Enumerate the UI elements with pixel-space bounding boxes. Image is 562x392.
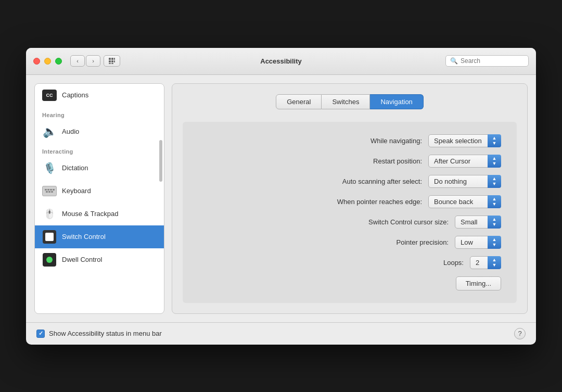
auto-scanning-select[interactable]: Do nothing Auto scan Pause bbox=[428, 175, 501, 188]
form-area: While navigating: Speak selection Do not… bbox=[183, 122, 517, 303]
search-icon: 🔍 bbox=[450, 57, 458, 65]
sidebar-item-audio[interactable]: 🔈 Audio bbox=[35, 120, 164, 143]
nav-buttons: ‹ › bbox=[70, 55, 100, 67]
loops-label: Loops: bbox=[443, 259, 464, 267]
loops-row: Loops: 1 2 3 4 5 ▲ ▼ bbox=[198, 256, 501, 269]
window-title: Accessibility bbox=[260, 57, 302, 65]
auto-scanning-row: Auto scanning after select: Do nothing A… bbox=[198, 175, 501, 188]
interacting-section-label: Interacting bbox=[35, 143, 164, 157]
dwell-control-label: Dwell Control bbox=[62, 256, 102, 263]
scrollbar[interactable] bbox=[159, 140, 163, 252]
switch-control-icon bbox=[42, 230, 57, 244]
sidebar-item-switch-control[interactable]: Switch Control bbox=[35, 225, 164, 248]
pointer-precision-row: Pointer precision: Low Medium High ▲ ▼ bbox=[198, 236, 501, 249]
main-panel: General Switches Navigation While naviga… bbox=[172, 83, 528, 314]
keyboard-icon bbox=[42, 184, 57, 198]
cursor-size-label: Switch Control cursor size: bbox=[368, 218, 449, 226]
svg-rect-5 bbox=[114, 60, 115, 62]
dwell-control-icon bbox=[42, 252, 57, 267]
restart-position-select-wrap: After Cursor Start of item Start of menu… bbox=[428, 155, 501, 168]
switch-control-label: Switch Control bbox=[62, 233, 106, 241]
close-button[interactable] bbox=[33, 58, 40, 65]
content-area: CC Captions Hearing 🔈 Audio Interacting bbox=[26, 75, 536, 322]
auto-scanning-select-wrap: Do nothing Auto scan Pause ▲ ▼ bbox=[428, 175, 501, 188]
tab-navigation[interactable]: Navigation bbox=[370, 94, 423, 109]
cursor-size-select-wrap: Small Medium Large ▲ ▼ bbox=[455, 216, 501, 229]
while-navigating-label: While navigating: bbox=[371, 137, 422, 145]
traffic-lights bbox=[33, 58, 62, 65]
pointer-precision-label: Pointer precision: bbox=[397, 238, 449, 246]
sidebar-item-keyboard[interactable]: Keyboard bbox=[35, 180, 164, 203]
accessibility-status-label: Show Accessibility status in menu bar bbox=[49, 330, 162, 337]
pointer-precision-select-wrap: Low Medium High ▲ ▼ bbox=[455, 236, 501, 249]
svg-rect-0 bbox=[109, 58, 111, 60]
help-button[interactable]: ? bbox=[514, 328, 526, 339]
svg-rect-4 bbox=[111, 60, 113, 62]
svg-rect-2 bbox=[114, 58, 115, 60]
cursor-size-row: Switch Control cursor size: Small Medium… bbox=[198, 216, 501, 229]
grid-view-button[interactable] bbox=[104, 55, 120, 67]
footer: ✓ Show Accessibility status in menu bar … bbox=[26, 322, 536, 345]
timing-row: Timing... bbox=[198, 276, 501, 290]
svg-rect-3 bbox=[109, 60, 111, 62]
cursor-size-select[interactable]: Small Medium Large bbox=[455, 216, 501, 229]
while-navigating-select-wrap: Speak selection Do nothing ▲ ▼ bbox=[428, 134, 501, 147]
keyboard-label: Keyboard bbox=[62, 187, 91, 195]
restart-position-row: Restart position: After Cursor Start of … bbox=[198, 155, 501, 168]
checkmark-icon: ✓ bbox=[39, 330, 43, 337]
pointer-edge-select[interactable]: Bounce back Stop Wrap around bbox=[428, 195, 501, 208]
loops-select[interactable]: 1 2 3 4 5 bbox=[470, 256, 501, 269]
search-input[interactable] bbox=[461, 57, 524, 65]
scrollbar-thumb[interactable] bbox=[159, 140, 162, 182]
mouse-trackpad-icon: 🖱️ bbox=[42, 207, 57, 221]
main-window: ‹ › Accessibility 🔍 bbox=[26, 48, 536, 345]
maximize-button[interactable] bbox=[55, 58, 62, 65]
sidebar-inner: CC Captions Hearing 🔈 Audio Interacting bbox=[35, 84, 164, 271]
loops-select-wrap: 1 2 3 4 5 ▲ ▼ bbox=[470, 256, 501, 269]
svg-rect-6 bbox=[109, 63, 111, 64]
accessibility-status-checkbox[interactable]: ✓ bbox=[36, 330, 45, 338]
restart-position-select[interactable]: After Cursor Start of item Start of menu bbox=[428, 155, 501, 168]
search-box[interactable]: 🔍 bbox=[445, 55, 529, 67]
while-navigating-select[interactable]: Speak selection Do nothing bbox=[428, 134, 501, 147]
svg-rect-1 bbox=[111, 58, 113, 60]
sidebar-item-dwell-control[interactable]: Dwell Control bbox=[35, 248, 164, 271]
pointer-edge-select-wrap: Bounce back Stop Wrap around ▲ ▼ bbox=[428, 195, 501, 208]
svg-rect-7 bbox=[111, 63, 113, 64]
sidebar-item-captions[interactable]: CC Captions bbox=[35, 84, 164, 107]
pointer-edge-label: When pointer reaches edge: bbox=[337, 198, 422, 206]
captions-icon: CC bbox=[42, 88, 57, 103]
tab-general[interactable]: General bbox=[276, 94, 322, 109]
back-button[interactable]: ‹ bbox=[70, 55, 85, 67]
accessibility-status-checkbox-wrap[interactable]: ✓ Show Accessibility status in menu bar bbox=[36, 330, 162, 338]
mouse-trackpad-label: Mouse & Trackpad bbox=[62, 210, 118, 218]
hearing-section-label: Hearing bbox=[35, 107, 164, 120]
captions-label: Captions bbox=[62, 91, 88, 99]
forward-button[interactable]: › bbox=[86, 55, 100, 67]
audio-icon: 🔈 bbox=[42, 124, 57, 139]
sidebar-item-dictation[interactable]: 🎙️ Dictation bbox=[35, 157, 164, 180]
timing-button[interactable]: Timing... bbox=[456, 276, 501, 290]
while-navigating-row: While navigating: Speak selection Do not… bbox=[198, 134, 501, 147]
restart-position-label: Restart position: bbox=[373, 157, 422, 165]
tab-switches[interactable]: Switches bbox=[322, 94, 370, 109]
dictation-icon: 🎙️ bbox=[42, 161, 57, 175]
dictation-label: Dictation bbox=[62, 164, 88, 172]
sidebar: CC Captions Hearing 🔈 Audio Interacting bbox=[34, 83, 164, 314]
auto-scanning-label: Auto scanning after select: bbox=[342, 178, 422, 185]
tab-bar: General Switches Navigation bbox=[183, 94, 517, 109]
minimize-button[interactable] bbox=[44, 58, 51, 65]
pointer-precision-select[interactable]: Low Medium High bbox=[455, 236, 501, 249]
pointer-edge-row: When pointer reaches edge: Bounce back S… bbox=[198, 195, 501, 208]
audio-label: Audio bbox=[62, 128, 79, 135]
titlebar: ‹ › Accessibility 🔍 bbox=[26, 48, 536, 75]
sidebar-item-mouse-trackpad[interactable]: 🖱️ Mouse & Trackpad bbox=[35, 203, 164, 225]
